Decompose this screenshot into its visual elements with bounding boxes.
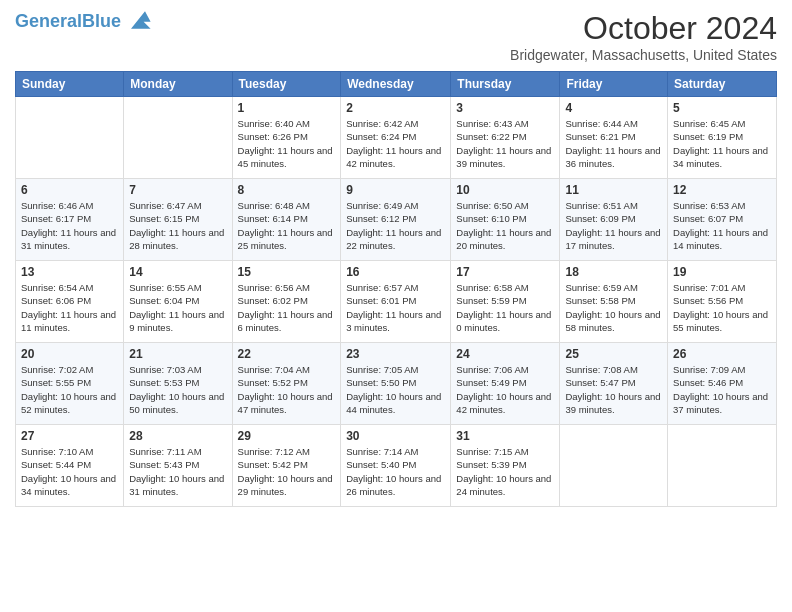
day-info: Sunrise: 6:47 AM Sunset: 6:15 PM Dayligh…: [129, 199, 226, 252]
calendar-cell: 3Sunrise: 6:43 AM Sunset: 6:22 PM Daylig…: [451, 97, 560, 179]
calendar-cell: 16Sunrise: 6:57 AM Sunset: 6:01 PM Dayli…: [341, 261, 451, 343]
calendar-cell: 25Sunrise: 7:08 AM Sunset: 5:47 PM Dayli…: [560, 343, 668, 425]
col-wednesday: Wednesday: [341, 72, 451, 97]
col-saturday: Saturday: [668, 72, 777, 97]
day-number: 24: [456, 347, 554, 361]
logo-text: GeneralBlue: [15, 12, 121, 32]
calendar-cell: 21Sunrise: 7:03 AM Sunset: 5:53 PM Dayli…: [124, 343, 232, 425]
calendar-week-1: 1Sunrise: 6:40 AM Sunset: 6:26 PM Daylig…: [16, 97, 777, 179]
col-friday: Friday: [560, 72, 668, 97]
day-info: Sunrise: 6:51 AM Sunset: 6:09 PM Dayligh…: [565, 199, 662, 252]
calendar-week-2: 6Sunrise: 6:46 AM Sunset: 6:17 PM Daylig…: [16, 179, 777, 261]
calendar-cell: 17Sunrise: 6:58 AM Sunset: 5:59 PM Dayli…: [451, 261, 560, 343]
day-info: Sunrise: 6:46 AM Sunset: 6:17 PM Dayligh…: [21, 199, 118, 252]
calendar-cell: 19Sunrise: 7:01 AM Sunset: 5:56 PM Dayli…: [668, 261, 777, 343]
day-info: Sunrise: 7:02 AM Sunset: 5:55 PM Dayligh…: [21, 363, 118, 416]
day-number: 6: [21, 183, 118, 197]
day-info: Sunrise: 6:40 AM Sunset: 6:26 PM Dayligh…: [238, 117, 336, 170]
day-info: Sunrise: 7:09 AM Sunset: 5:46 PM Dayligh…: [673, 363, 771, 416]
col-tuesday: Tuesday: [232, 72, 341, 97]
calendar-cell: 30Sunrise: 7:14 AM Sunset: 5:40 PM Dayli…: [341, 425, 451, 507]
calendar-week-4: 20Sunrise: 7:02 AM Sunset: 5:55 PM Dayli…: [16, 343, 777, 425]
month-title: October 2024: [510, 10, 777, 47]
day-info: Sunrise: 7:01 AM Sunset: 5:56 PM Dayligh…: [673, 281, 771, 334]
calendar-cell: 13Sunrise: 6:54 AM Sunset: 6:06 PM Dayli…: [16, 261, 124, 343]
day-number: 11: [565, 183, 662, 197]
calendar-cell: 15Sunrise: 6:56 AM Sunset: 6:02 PM Dayli…: [232, 261, 341, 343]
day-number: 15: [238, 265, 336, 279]
day-number: 17: [456, 265, 554, 279]
day-number: 14: [129, 265, 226, 279]
svg-marker-0: [131, 11, 151, 29]
calendar-cell: 23Sunrise: 7:05 AM Sunset: 5:50 PM Dayli…: [341, 343, 451, 425]
calendar-cell: 24Sunrise: 7:06 AM Sunset: 5:49 PM Dayli…: [451, 343, 560, 425]
day-number: 3: [456, 101, 554, 115]
day-number: 10: [456, 183, 554, 197]
day-info: Sunrise: 7:06 AM Sunset: 5:49 PM Dayligh…: [456, 363, 554, 416]
calendar-cell: 12Sunrise: 6:53 AM Sunset: 6:07 PM Dayli…: [668, 179, 777, 261]
day-info: Sunrise: 6:50 AM Sunset: 6:10 PM Dayligh…: [456, 199, 554, 252]
day-info: Sunrise: 6:49 AM Sunset: 6:12 PM Dayligh…: [346, 199, 445, 252]
calendar-week-5: 27Sunrise: 7:10 AM Sunset: 5:44 PM Dayli…: [16, 425, 777, 507]
calendar-cell: 29Sunrise: 7:12 AM Sunset: 5:42 PM Dayli…: [232, 425, 341, 507]
calendar-cell: 22Sunrise: 7:04 AM Sunset: 5:52 PM Dayli…: [232, 343, 341, 425]
calendar-cell: [16, 97, 124, 179]
calendar-cell: 18Sunrise: 6:59 AM Sunset: 5:58 PM Dayli…: [560, 261, 668, 343]
day-number: 9: [346, 183, 445, 197]
calendar-cell: 4Sunrise: 6:44 AM Sunset: 6:21 PM Daylig…: [560, 97, 668, 179]
day-number: 20: [21, 347, 118, 361]
day-info: Sunrise: 6:58 AM Sunset: 5:59 PM Dayligh…: [456, 281, 554, 334]
day-number: 22: [238, 347, 336, 361]
day-number: 19: [673, 265, 771, 279]
day-number: 12: [673, 183, 771, 197]
day-number: 13: [21, 265, 118, 279]
day-number: 29: [238, 429, 336, 443]
day-number: 4: [565, 101, 662, 115]
calendar-cell: 1Sunrise: 6:40 AM Sunset: 6:26 PM Daylig…: [232, 97, 341, 179]
day-info: Sunrise: 6:43 AM Sunset: 6:22 PM Dayligh…: [456, 117, 554, 170]
day-number: 8: [238, 183, 336, 197]
calendar-cell: 6Sunrise: 6:46 AM Sunset: 6:17 PM Daylig…: [16, 179, 124, 261]
day-number: 31: [456, 429, 554, 443]
page: GeneralBlue October 2024 Bridgewater, Ma…: [0, 0, 792, 612]
calendar-cell: 9Sunrise: 6:49 AM Sunset: 6:12 PM Daylig…: [341, 179, 451, 261]
day-info: Sunrise: 7:04 AM Sunset: 5:52 PM Dayligh…: [238, 363, 336, 416]
day-number: 26: [673, 347, 771, 361]
calendar-cell: 20Sunrise: 7:02 AM Sunset: 5:55 PM Dayli…: [16, 343, 124, 425]
calendar-cell: [668, 425, 777, 507]
day-info: Sunrise: 7:12 AM Sunset: 5:42 PM Dayligh…: [238, 445, 336, 498]
calendar-cell: 2Sunrise: 6:42 AM Sunset: 6:24 PM Daylig…: [341, 97, 451, 179]
day-info: Sunrise: 6:54 AM Sunset: 6:06 PM Dayligh…: [21, 281, 118, 334]
day-info: Sunrise: 7:11 AM Sunset: 5:43 PM Dayligh…: [129, 445, 226, 498]
calendar-cell: 8Sunrise: 6:48 AM Sunset: 6:14 PM Daylig…: [232, 179, 341, 261]
calendar-cell: [124, 97, 232, 179]
day-info: Sunrise: 6:42 AM Sunset: 6:24 PM Dayligh…: [346, 117, 445, 170]
location: Bridgewater, Massachusetts, United State…: [510, 47, 777, 63]
day-number: 28: [129, 429, 226, 443]
calendar-cell: 28Sunrise: 7:11 AM Sunset: 5:43 PM Dayli…: [124, 425, 232, 507]
day-info: Sunrise: 7:10 AM Sunset: 5:44 PM Dayligh…: [21, 445, 118, 498]
header: GeneralBlue October 2024 Bridgewater, Ma…: [15, 10, 777, 63]
col-thursday: Thursday: [451, 72, 560, 97]
calendar-cell: [560, 425, 668, 507]
day-number: 16: [346, 265, 445, 279]
calendar-cell: 5Sunrise: 6:45 AM Sunset: 6:19 PM Daylig…: [668, 97, 777, 179]
logo: GeneralBlue: [15, 10, 152, 34]
calendar-header-row: Sunday Monday Tuesday Wednesday Thursday…: [16, 72, 777, 97]
day-info: Sunrise: 7:03 AM Sunset: 5:53 PM Dayligh…: [129, 363, 226, 416]
day-info: Sunrise: 6:48 AM Sunset: 6:14 PM Dayligh…: [238, 199, 336, 252]
day-info: Sunrise: 7:08 AM Sunset: 5:47 PM Dayligh…: [565, 363, 662, 416]
day-info: Sunrise: 6:45 AM Sunset: 6:19 PM Dayligh…: [673, 117, 771, 170]
day-number: 18: [565, 265, 662, 279]
day-number: 23: [346, 347, 445, 361]
day-number: 21: [129, 347, 226, 361]
day-number: 27: [21, 429, 118, 443]
calendar-table: Sunday Monday Tuesday Wednesday Thursday…: [15, 71, 777, 507]
day-info: Sunrise: 6:59 AM Sunset: 5:58 PM Dayligh…: [565, 281, 662, 334]
day-info: Sunrise: 6:55 AM Sunset: 6:04 PM Dayligh…: [129, 281, 226, 334]
col-monday: Monday: [124, 72, 232, 97]
col-sunday: Sunday: [16, 72, 124, 97]
day-info: Sunrise: 7:14 AM Sunset: 5:40 PM Dayligh…: [346, 445, 445, 498]
calendar-cell: 14Sunrise: 6:55 AM Sunset: 6:04 PM Dayli…: [124, 261, 232, 343]
calendar-cell: 27Sunrise: 7:10 AM Sunset: 5:44 PM Dayli…: [16, 425, 124, 507]
